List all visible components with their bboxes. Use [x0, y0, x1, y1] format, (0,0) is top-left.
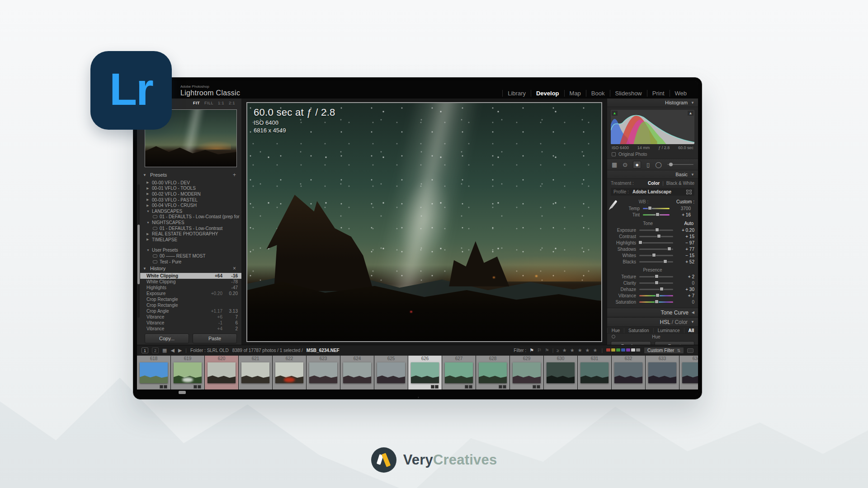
slider-thumb[interactable]: [660, 287, 664, 291]
slider-thumb[interactable]: [663, 259, 667, 263]
preset-item[interactable]: Test - Pure: [146, 259, 240, 265]
tool-amount-slider[interactable]: [667, 164, 693, 165]
slider-track[interactable]: [639, 236, 673, 237]
auto-button[interactable]: Auto: [684, 221, 693, 226]
hsl-header[interactable]: HSL / Color ▼: [607, 317, 698, 327]
preset-item[interactable]: 01 - DEFAULTS - Low-Contrast: [146, 225, 240, 231]
monitor-1-button[interactable]: 1: [142, 347, 148, 353]
highlight-clipping-indicator[interactable]: ▲: [688, 111, 693, 116]
filmstrip-thumbnail[interactable]: 624: [340, 356, 374, 389]
color-label-swatch[interactable]: [626, 348, 631, 352]
clear-history-button[interactable]: ×: [233, 265, 236, 272]
shadow-clipping-indicator[interactable]: ▲: [612, 111, 618, 116]
color-label-swatch[interactable]: [606, 348, 611, 352]
module-tab[interactable]: Develop: [531, 90, 564, 97]
paste-button[interactable]: Paste: [193, 333, 237, 343]
filmstrip-scrollbar[interactable]: [137, 389, 698, 395]
filmstrip-thumbnail[interactable]: 631: [578, 356, 611, 389]
profile-value[interactable]: Adobe Landscape: [632, 189, 686, 194]
slider-track[interactable]: [639, 261, 673, 263]
hsl-tab[interactable]: All: [684, 328, 698, 333]
basic-header[interactable]: Basic ▼: [607, 170, 698, 179]
module-tab[interactable]: Slideshow: [610, 90, 647, 97]
preset-item[interactable]: 00-01 VFLO - TOOLS: [146, 186, 240, 192]
unflagged-icon[interactable]: ⚐: [537, 347, 542, 353]
zoom-option[interactable]: 1:1: [218, 101, 224, 105]
left-panel-scrollbar[interactable]: [137, 184, 140, 318]
wb-preset-value[interactable]: Custom :: [676, 199, 694, 204]
hsl-tab[interactable]: Hue: [607, 328, 624, 333]
filmstrip-thumbnail[interactable]: 621: [239, 356, 272, 389]
slider-track[interactable]: [639, 230, 673, 231]
slider-thumb[interactable]: [648, 206, 652, 210]
reject-flag-icon[interactable]: ⚑: [545, 347, 549, 353]
histogram-header[interactable]: Histogram ▼: [607, 99, 698, 107]
preset-item[interactable]: TIMELAPSE: [146, 237, 240, 243]
copy-button[interactable]: Copy...: [145, 333, 189, 343]
treatment-color-option[interactable]: Color: [648, 181, 660, 186]
selected-filename[interactable]: MSB_6234.NEF: [307, 348, 340, 353]
slider-track[interactable]: [639, 242, 673, 244]
filmstrip-thumbnail[interactable]: 629: [510, 356, 543, 389]
module-tab[interactable]: Map: [564, 90, 586, 97]
zoom-option[interactable]: 2:1: [229, 101, 235, 105]
treatment-bw-option[interactable]: Black & White: [666, 181, 694, 186]
preset-item[interactable]: 00 —— RESET MOST: [146, 253, 240, 259]
filmstrip-thumbnail[interactable]: 632: [612, 356, 645, 389]
slider-track[interactable]: [639, 282, 673, 284]
filmstrip-thumbnail[interactable]: 620: [205, 356, 238, 389]
color-label-swatch[interactable]: [636, 348, 641, 352]
slider-thumb[interactable]: [652, 253, 656, 257]
history-row[interactable]: Crop Rectangle: [140, 296, 241, 302]
grid-view-icon[interactable]: ▦: [162, 347, 167, 353]
preset-item[interactable]: LANDSCAPES: [146, 208, 240, 214]
profile-browser-icon[interactable]: [686, 190, 692, 194]
rating-operator[interactable]: ≥: [557, 348, 559, 353]
crop-tool-icon[interactable]: ▦: [612, 162, 617, 168]
hsl-tab[interactable]: Luminance: [653, 328, 684, 333]
add-preset-button[interactable]: +: [233, 172, 236, 178]
module-tab[interactable]: Library: [502, 90, 531, 97]
slider-thumb[interactable]: [667, 247, 671, 251]
filmstrip-thumbnail[interactable]: 630: [544, 356, 577, 389]
slider-track[interactable]: [643, 208, 670, 209]
color-label-swatch[interactable]: [621, 348, 626, 352]
filmstrip-thumbnail[interactable]: 622: [273, 356, 306, 389]
slider-track[interactable]: [643, 214, 670, 216]
main-photo[interactable]: 60.0 sec at ƒ / 2.8 ISO 6400 6816 x 4549: [246, 102, 602, 342]
color-label-swatch[interactable]: [611, 348, 616, 352]
filmstrip-scroll-thumb[interactable]: [179, 391, 186, 394]
zoom-option[interactable]: FIT: [193, 101, 200, 105]
preset-item[interactable]: NIGHTSCAPES: [146, 220, 240, 225]
hsl-tab[interactable]: Saturation: [624, 328, 653, 333]
forward-arrow-icon[interactable]: ▶: [178, 347, 182, 353]
star-rating-filter[interactable]: ★ ★ ★ ★ ★: [562, 347, 599, 353]
history-row[interactable]: Crop Angle +1.17 3.13: [140, 308, 241, 314]
redeye-tool-icon[interactable]: ●: [633, 161, 641, 169]
slider-track[interactable]: [639, 249, 673, 250]
history-row[interactable]: Vibrance -1 6: [140, 320, 241, 326]
folder-breadcrumb[interactable]: Folder : SLRL OLD: [190, 348, 229, 353]
slider-thumb[interactable]: [656, 293, 660, 297]
healing-tool-icon[interactable]: ⊙: [623, 162, 627, 168]
filmstrip-thumbnail[interactable]: 618: [137, 356, 170, 389]
preset-item[interactable]: 00-03 VFLO - PASTEL: [146, 197, 240, 203]
history-row[interactable]: Vibrance +6 7: [140, 314, 241, 320]
filmstrip-thumbnail[interactable]: 627: [442, 356, 476, 389]
module-tab[interactable]: Web: [670, 90, 692, 97]
color-label-swatch[interactable]: [631, 348, 636, 352]
custom-filter-dropdown[interactable]: Custom Filter ⇅: [644, 347, 684, 354]
pick-flag-icon[interactable]: ⚑: [529, 347, 534, 353]
histogram-graph[interactable]: ▲ ▲: [611, 110, 694, 144]
history-row[interactable]: White Clipping +64 -16: [140, 273, 241, 279]
history-row[interactable]: White Clipping -78: [140, 279, 241, 285]
profile-row[interactable]: Profile : Adobe Landscape: [611, 188, 694, 196]
tone-curve-header[interactable]: Tone Curve ◀: [607, 308, 698, 317]
slider-track[interactable]: [639, 295, 673, 296]
history-row[interactable]: Exposure +0.20 0.20: [140, 291, 241, 296]
slider-thumb[interactable]: [655, 274, 659, 278]
filmstrip-thumbnail[interactable]: 633: [646, 356, 679, 389]
module-tab[interactable]: Book: [586, 90, 610, 97]
checkbox-icon[interactable]: [612, 152, 616, 156]
slider-track[interactable]: [639, 289, 673, 290]
